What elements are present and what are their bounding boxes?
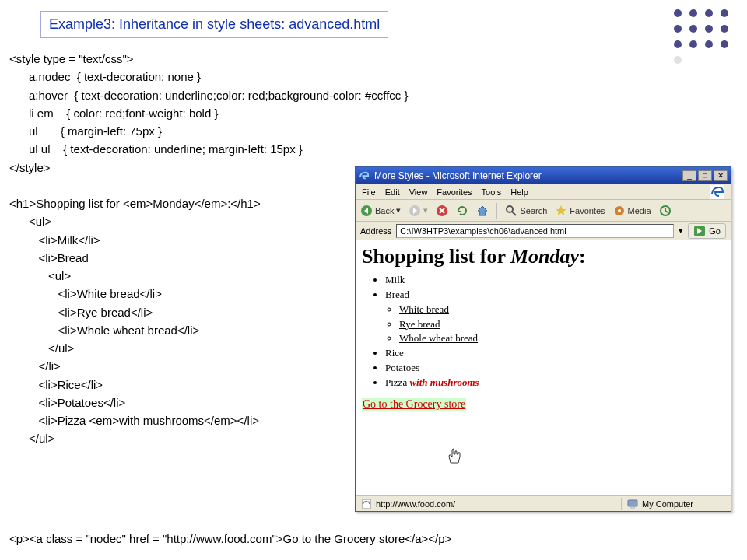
list-item: White bread bbox=[399, 303, 731, 317]
browser-viewport: Shopping list for Monday: Milk Bread Whi… bbox=[356, 240, 731, 495]
address-input[interactable] bbox=[396, 224, 674, 238]
code-last-line: <p><a class = "nodec" href = "http://www… bbox=[9, 532, 451, 545]
home-icon[interactable] bbox=[476, 205, 489, 217]
browser-statusbar: http://www.food.com/ My Computer bbox=[356, 495, 731, 511]
forward-icon bbox=[409, 205, 421, 217]
chevron-down-icon[interactable]: ▾ bbox=[679, 226, 683, 236]
list-item: Milk bbox=[385, 273, 731, 288]
forward-button[interactable]: ▾ bbox=[409, 205, 428, 217]
menu-favorites[interactable]: Favorites bbox=[437, 187, 472, 197]
browser-address-bar: Address ▾ Go bbox=[356, 222, 731, 240]
browser-title-text: More Styles - Microsoft Internet Explore… bbox=[374, 170, 542, 181]
media-button[interactable]: Media bbox=[613, 205, 651, 217]
browser-window: More Styles - Microsoft Internet Explore… bbox=[355, 166, 731, 512]
chevron-down-icon: ▾ bbox=[396, 205, 401, 215]
menu-view[interactable]: View bbox=[409, 187, 428, 197]
chevron-down-icon: ▾ bbox=[423, 205, 428, 215]
slide-title: Example3: Inheritance in style sheets: a… bbox=[49, 16, 380, 32]
menu-tools[interactable]: Tools bbox=[482, 187, 502, 197]
list-item: Rye bread bbox=[399, 317, 731, 332]
cursor-hand-icon bbox=[446, 447, 463, 466]
back-icon bbox=[360, 205, 373, 217]
go-button[interactable]: Go bbox=[688, 223, 726, 239]
slide-title-box: Example3: Inheritance in style sheets: a… bbox=[40, 11, 388, 38]
browser-toolbar: Back ▾ ▾ Search Favorites Media bbox=[356, 200, 731, 222]
grocery-link[interactable]: Go to the Grocery store bbox=[362, 398, 466, 411]
browser-menubar: File Edit View Favorites Tools Help bbox=[356, 184, 731, 200]
list-item: Rice bbox=[385, 346, 731, 361]
search-icon bbox=[505, 205, 517, 217]
list-item: Bread White bread Rye bread Whole wheat … bbox=[385, 288, 731, 346]
status-text: http://www.food.com/ bbox=[376, 499, 455, 509]
list-item: Potatoes bbox=[385, 361, 731, 376]
ie-favicon-icon bbox=[359, 170, 370, 181]
svg-rect-10 bbox=[628, 500, 637, 506]
maximize-button[interactable]: □ bbox=[698, 170, 712, 181]
menu-file[interactable]: File bbox=[362, 187, 376, 197]
close-button[interactable]: ✕ bbox=[714, 170, 728, 181]
nested-list: White bread Rye bread Whole wheat bread bbox=[399, 303, 731, 347]
favorites-button[interactable]: Favorites bbox=[555, 205, 605, 217]
list-item: Whole wheat bread bbox=[399, 331, 731, 346]
history-icon[interactable] bbox=[659, 205, 672, 217]
refresh-icon[interactable] bbox=[456, 205, 468, 217]
browser-titlebar: More Styles - Microsoft Internet Explore… bbox=[356, 167, 731, 184]
page-heading: Shopping list for Monday: bbox=[362, 245, 724, 268]
menu-edit[interactable]: Edit bbox=[385, 187, 400, 197]
back-button[interactable]: Back ▾ bbox=[360, 205, 401, 217]
search-button[interactable]: Search bbox=[505, 205, 547, 217]
computer-icon bbox=[626, 498, 639, 510]
menu-help[interactable]: Help bbox=[510, 187, 528, 197]
ie-logo-icon bbox=[710, 185, 724, 199]
star-icon bbox=[555, 205, 567, 217]
svg-point-6 bbox=[618, 209, 621, 212]
address-label: Address bbox=[360, 226, 391, 236]
minimize-button[interactable]: _ bbox=[682, 170, 696, 181]
status-zone: My Computer bbox=[642, 499, 693, 509]
go-icon bbox=[693, 225, 706, 237]
svg-rect-11 bbox=[630, 507, 635, 509]
list-item: Pizza with mushrooms bbox=[385, 376, 731, 390]
stop-icon[interactable] bbox=[436, 205, 448, 217]
svg-point-4 bbox=[507, 206, 513, 212]
page-icon bbox=[360, 498, 373, 510]
shopping-list: Milk Bread White bread Rye bread Whole w… bbox=[385, 273, 731, 390]
media-icon bbox=[613, 205, 626, 217]
decorative-dots bbox=[674, 9, 730, 65]
